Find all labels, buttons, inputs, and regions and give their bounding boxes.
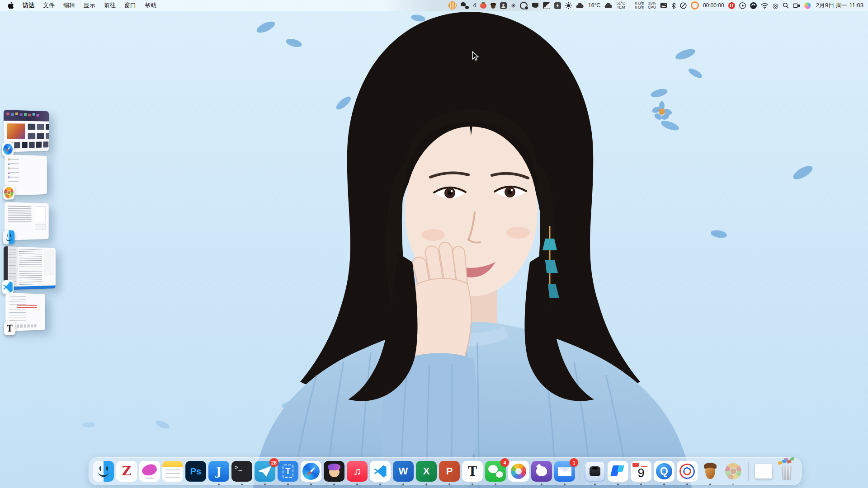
terminal-prompt: >_ (235, 464, 242, 470)
mail-unread-badge: 1 (570, 458, 578, 467)
dock-icon-powerpoint[interactable]: P (439, 461, 460, 482)
desktop: 访达 文件 编辑 显示 前往 窗口 帮助 4 ✳ (0, 0, 868, 488)
weather-cloud-icon[interactable] (576, 0, 584, 10)
calendar-day: 9 (637, 467, 644, 479)
dock-trash[interactable] (776, 461, 797, 482)
j-app-letter: J (216, 465, 222, 477)
play-circle-icon[interactable] (739, 0, 746, 10)
dock-icon-mail[interactable]: 1 (554, 461, 575, 482)
bolt-square-icon[interactable] (554, 0, 561, 10)
bluetooth-icon[interactable] (671, 0, 676, 10)
dock-icon-finder[interactable] (93, 461, 114, 482)
menu-help[interactable]: 帮助 (145, 1, 156, 9)
menu-edit[interactable]: 编辑 (63, 1, 75, 9)
menu-file[interactable]: 文件 (43, 1, 55, 9)
dock-icon-github-desktop[interactable] (531, 461, 552, 482)
menu-bar-status: 4 ✳ 16°C (448, 0, 868, 10)
dock-icon-terminal[interactable]: >_ (231, 461, 252, 482)
network-speed-readout[interactable]: 0 B/s 0 B/s (635, 1, 644, 10)
dock-icon-t-document-app[interactable]: T (278, 461, 298, 482)
siri-orb-icon[interactable] (804, 0, 811, 10)
dock-icon-zotero[interactable]: Z (116, 461, 137, 482)
dock-icon-photoshop[interactable]: Ps (185, 461, 206, 482)
sun-icon[interactable] (565, 0, 572, 10)
dock-icon-music[interactable]: ♫ (347, 461, 368, 482)
thumb-safari-header (4, 110, 49, 122)
search-icon[interactable] (783, 0, 789, 10)
mouse-cursor (471, 51, 480, 61)
dock-icon-vscode[interactable] (370, 461, 391, 482)
stage-thumb-pinwheel-app[interactable] (5, 155, 47, 196)
dock-icon-photos[interactable] (508, 461, 529, 482)
telegram-unread-badge: 28 (269, 458, 278, 467)
acorn-icon[interactable] (491, 0, 496, 10)
dock-icon-typora[interactable]: T (462, 461, 483, 482)
typora-badge-letter: T (7, 324, 12, 333)
net-down-value: 0 B/s (635, 5, 644, 10)
finder-badge-icon (3, 230, 15, 244)
dock-minimized-window[interactable] (753, 461, 774, 482)
excel-letter: X (423, 466, 430, 476)
menu-go[interactable]: 前往 (104, 1, 116, 9)
safari-badge-icon (2, 142, 14, 156)
pinwheel-badge-icon (3, 185, 15, 200)
timer-readout[interactable]: 00:00:00 (703, 2, 724, 9)
stage-thumb-vscode[interactable] (4, 246, 56, 290)
dark-p-circle-icon[interactable] (750, 0, 757, 10)
photos-glyph-icon[interactable] (660, 0, 667, 10)
portrait-square-icon[interactable] (500, 0, 507, 10)
contrast-square-icon[interactable] (543, 0, 550, 10)
zotero-letter: Z (122, 465, 131, 478)
menu-view[interactable]: 显示 (84, 1, 95, 9)
stage-thumb-typora[interactable]: T (5, 293, 45, 331)
dock-icon-trae[interactable] (608, 461, 628, 482)
dock-icon-q-player[interactable]: Q (654, 461, 675, 482)
record-ring-icon[interactable] (691, 0, 699, 10)
wechat-unread-badge: 4 (500, 458, 509, 467)
red-badge-icon[interactable] (728, 0, 735, 10)
dock-icon-device-app[interactable] (585, 461, 605, 482)
cpu-readout[interactable]: 15% CPU (648, 1, 656, 10)
snowflake-icon[interactable]: ✳ (511, 0, 516, 10)
vscode-badge-icon (2, 280, 14, 294)
wifi-icon[interactable] (761, 0, 769, 10)
dock-icon-pinwheel-app[interactable] (723, 461, 744, 482)
stage-switcher-icon[interactable] (793, 0, 800, 10)
chat-bubbles-icon[interactable] (461, 0, 469, 10)
sensor-temp-readout[interactable]: 51°C TEM (617, 1, 625, 10)
stage-thumb-finder[interactable] (5, 202, 49, 240)
tomato-icon[interactable] (480, 0, 486, 10)
word-letter: W (399, 466, 408, 476)
dock-icon-notes[interactable] (162, 461, 183, 482)
dock-icon-calendar[interactable]: 9 (631, 461, 651, 482)
dock-icon-telegram[interactable]: 28 (255, 461, 275, 482)
striped-circle-icon[interactable] (448, 0, 457, 10)
menu-window[interactable]: 窗口 (124, 1, 136, 9)
music-note-icon: ♫ (353, 466, 361, 477)
dock-icon-wechat[interactable]: 4 (485, 461, 506, 482)
dock-separator (748, 462, 749, 481)
cpu-label: CPU (648, 5, 656, 10)
cloud-icon[interactable] (604, 0, 613, 10)
dock-icon-safari[interactable] (301, 461, 321, 482)
dock-separator (580, 462, 580, 481)
target-icon[interactable]: ◎ (773, 0, 778, 10)
t-doc-letter: T (286, 467, 291, 475)
dock-icon-pink-media-app[interactable] (139, 461, 160, 482)
dock-icon-swirl-app[interactable] (677, 461, 698, 482)
apple-logo-icon[interactable] (8, 0, 14, 10)
wallpaper-art (0, 0, 868, 488)
dock-icon-excel[interactable]: X (416, 461, 437, 482)
dnd-circle-icon[interactable] (680, 0, 687, 10)
dock-icon-j-app[interactable]: J (208, 461, 229, 482)
dock-icon-word[interactable]: W (393, 461, 414, 482)
dock-icon-memoji-app[interactable] (324, 461, 344, 482)
gauge-icon[interactable] (520, 0, 528, 10)
weather-temp: 16°C (588, 2, 600, 9)
dock-icon-acorn-app[interactable] (700, 461, 721, 482)
display-icon[interactable] (532, 0, 539, 10)
menu-bar-clock[interactable]: 2月9日 周一 11:03 (815, 1, 863, 9)
net-arrows-icon: ↑ ↓ (629, 2, 631, 9)
stage-thumb-safari[interactable] (4, 110, 49, 152)
menu-finder[interactable]: 访达 (23, 1, 34, 9)
